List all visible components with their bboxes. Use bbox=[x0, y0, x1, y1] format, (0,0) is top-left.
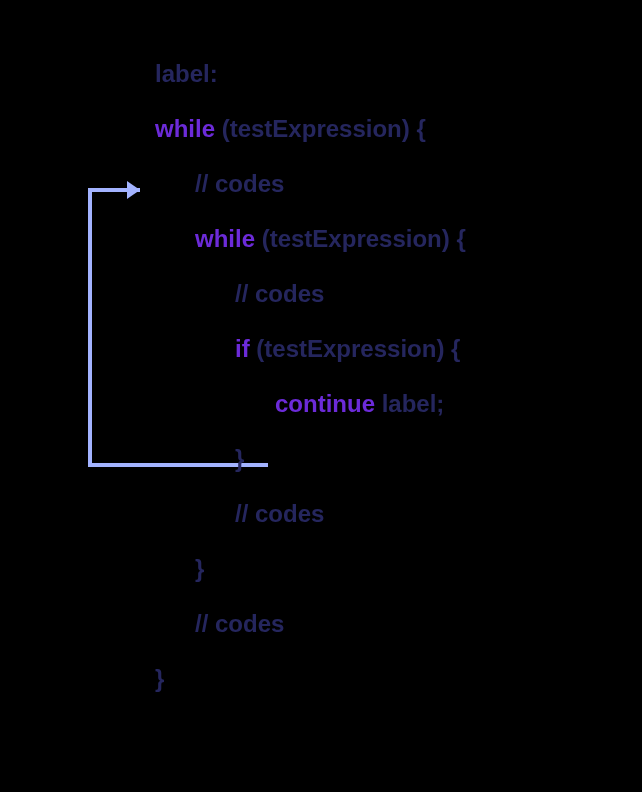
code-segment: // codes bbox=[235, 500, 324, 527]
code-line-10: // codes bbox=[195, 610, 284, 638]
code-line-0: label: bbox=[155, 60, 218, 88]
code-segment: while bbox=[155, 115, 222, 142]
code-line-6: continue label; bbox=[275, 390, 444, 418]
code-line-5: if (testExpression) { bbox=[235, 335, 460, 363]
code-segment: while bbox=[195, 225, 262, 252]
arrow-head-icon bbox=[127, 181, 140, 199]
code-segment: (testExpression) { bbox=[256, 335, 460, 362]
code-segment: if bbox=[235, 335, 256, 362]
code-line-11: } bbox=[155, 665, 164, 693]
code-segment: } bbox=[155, 665, 164, 692]
code-line-7: } bbox=[235, 445, 244, 473]
code-segment: continue bbox=[275, 390, 382, 417]
flow-arrow bbox=[0, 60, 642, 792]
code-segment: (testExpression) { bbox=[222, 115, 426, 142]
code-line-1: while (testExpression) { bbox=[155, 115, 426, 143]
code-line-3: while (testExpression) { bbox=[195, 225, 466, 253]
code-segment: // codes bbox=[235, 280, 324, 307]
code-line-2: // codes bbox=[195, 170, 284, 198]
code-segment: (testExpression) { bbox=[262, 225, 466, 252]
code-segment: label; bbox=[382, 390, 445, 417]
code-segment: } bbox=[235, 445, 244, 472]
code-line-8: // codes bbox=[235, 500, 324, 528]
code-line-9: } bbox=[195, 555, 204, 583]
code-line-4: // codes bbox=[235, 280, 324, 308]
code-segment: } bbox=[195, 555, 204, 582]
code-segment: // codes bbox=[195, 170, 284, 197]
code-segment: label: bbox=[155, 60, 218, 87]
code-segment: // codes bbox=[195, 610, 284, 637]
